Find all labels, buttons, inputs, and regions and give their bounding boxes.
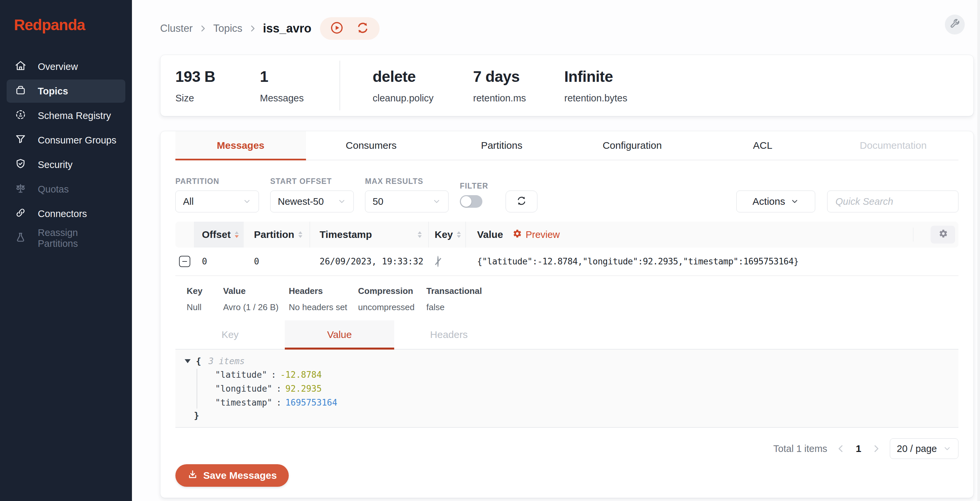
divider [913,228,914,241]
partition-select-value: All [183,196,194,207]
tab-documentation: Documentation [828,131,958,160]
chevron-down-icon [432,197,441,206]
column-header-timestamp[interactable]: Timestamp [310,222,429,247]
preview-button[interactable]: Preview [512,228,560,241]
stat-value: delete [373,68,473,86]
start-offset-select-value: Newest-50 [278,196,324,207]
chevron-down-icon [337,197,346,206]
sort-icon [298,231,302,238]
main-content: Cluster Topics iss_avro 193 B Size 1 Mes… [132,0,980,501]
filter-toggle[interactable] [460,195,482,208]
collapse-row-button[interactable] [179,256,190,267]
sidebar-item-consumer-groups[interactable]: Consumer Groups [6,128,125,152]
download-icon [187,469,198,482]
json-key: "timestamp" [215,398,272,407]
save-messages-button[interactable]: Save Messages [175,464,289,487]
max-results-label: MAX RESULTS [365,177,449,186]
actions-button-label: Actions [752,196,785,207]
tab-acl[interactable]: ACL [698,131,828,160]
shield-check-icon [14,158,27,172]
json-entry: "latitude":-12.8784 [215,369,958,381]
breadcrumb: Cluster Topics iss_avro [160,17,380,40]
column-header-value: Value Preview [466,222,958,247]
page-size-select[interactable]: 20 / page [890,438,958,459]
sidebar-item-topics[interactable]: Topics [6,79,125,103]
tab-partitions[interactable]: Partitions [436,131,567,160]
json-key: "latitude" [215,370,267,380]
start-offset-select[interactable]: Newest-50 [270,190,354,212]
stat-retention-ms: 7 days retention.ms [473,68,564,104]
column-header-offset[interactable]: Offset [194,222,244,247]
sidebar-item-security[interactable]: Security [6,153,125,176]
stat-label: retention.bytes [564,93,627,104]
sidebar-item-connectors[interactable]: Connectors [6,202,125,225]
meta-value: No headers set [289,302,358,312]
topic-detail-card: Messages Consumers Partitions Configurat… [160,131,974,498]
user-preferences-button[interactable] [945,14,965,35]
chevron-right-icon [199,24,207,33]
partition-label: PARTITION [175,177,259,186]
sidebar-item-label: Security [38,159,73,170]
pagination: Total 1 items 1 20 / page [175,438,958,459]
topic-stats-card: 193 B Size 1 Messages delete cleanup.pol… [160,55,974,116]
meta-label: Compression [358,286,426,296]
stat-retention-bytes: Infinite retention.bytes [564,68,627,104]
column-label: Key [434,229,453,240]
partition-filter: PARTITION All [175,177,259,212]
payload-tab-headers[interactable]: Headers [394,320,504,349]
filter-toggle-group: FILTER [460,182,488,212]
row-expander-cell [175,247,194,275]
breadcrumb-cluster[interactable]: Cluster [160,22,192,35]
sidebar-item-overview[interactable]: Overview [6,55,125,78]
json-viewer: { 3 items "latitude":-12.8784 "longitude… [175,350,958,428]
divider [339,61,340,110]
produce-message-button[interactable] [330,21,344,36]
partition-select[interactable]: All [175,190,259,212]
next-page-button[interactable] [871,444,881,453]
max-results-select[interactable]: 50 [365,190,449,212]
wrench-icon [949,18,961,31]
column-header-key[interactable]: Key [429,222,466,247]
json-items-note: 3 items [208,356,245,366]
column-label: Timestamp [320,229,372,240]
gear-icon [512,228,522,241]
expand-all-column [175,222,194,247]
column-header-partition[interactable]: Partition [244,222,310,247]
tab-consumers[interactable]: Consumers [306,131,437,160]
json-close-brace: } [194,411,958,420]
refresh-topic-button[interactable] [356,21,370,36]
tab-configuration[interactable]: Configuration [567,131,698,160]
stat-messages: 1 Messages [260,68,339,104]
link-icon [14,207,27,221]
collapse-json-icon[interactable] [185,359,191,363]
actions-button[interactable]: Actions [736,190,815,212]
sidebar: Redpanda Overview Topics Schema Registry… [0,0,132,501]
sidebar-item-label: Schema Registry [38,110,111,121]
meta-value: false [426,302,482,312]
sidebar-item-label: Reassign Partitions [38,227,117,249]
scrollbar[interactable] [977,0,980,501]
payload-tab-value[interactable]: Value [285,320,394,349]
chevron-down-icon [943,444,951,453]
json-value: 92.2935 [285,384,322,394]
refresh-messages-button[interactable] [506,190,538,212]
stat-label: retention.ms [473,93,564,104]
chevron-down-icon [791,197,799,206]
current-page[interactable]: 1 [856,443,861,454]
json-separator: : [276,384,282,394]
sidebar-item-schema-registry[interactable]: Schema Registry [6,104,125,127]
tab-messages[interactable]: Messages [175,131,306,160]
payload-tab-key[interactable]: Key [175,320,285,349]
sidebar-item-label: Topics [38,86,68,97]
breadcrumb-topics[interactable]: Topics [213,22,242,35]
sidebar-item-label: Consumer Groups [38,135,116,146]
previous-page-button[interactable] [836,444,846,453]
meta-label: Value [223,286,289,296]
table-settings-button[interactable] [931,226,955,244]
meta-label: Transactional [426,286,482,296]
quick-search-input[interactable] [827,190,958,212]
pagination-total: Total 1 items [773,443,827,454]
json-body: "latitude":-12.8784 "longitude":92.2935 … [197,369,958,409]
sidebar-item-reassign-partitions: Reassign Partitions [6,227,125,250]
cell-key [429,257,466,266]
